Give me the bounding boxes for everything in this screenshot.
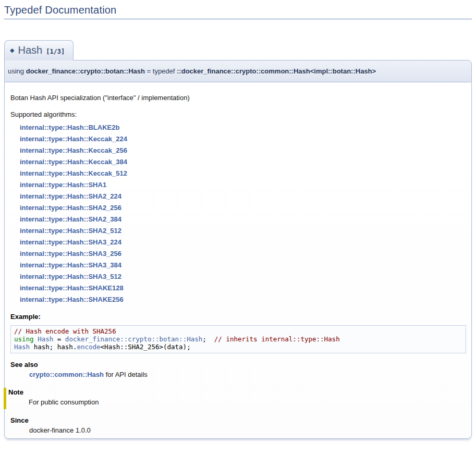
algorithm-link[interactable]: internal::type::Hash::SHAKE256 [20,294,466,305]
code-link[interactable]: encode [77,343,100,351]
algorithm-link[interactable]: internal::type::Hash::Keccak_224 [20,133,466,145]
note-text: For public consumption [29,398,466,406]
member-documentation: Botan Hash API specialization ("interfac… [4,82,472,439]
algorithm-link[interactable]: internal::type::Hash::SHA3_224 [20,237,466,248]
algorithm-link[interactable]: internal::type::Hash::SHA2_384 [20,214,466,225]
code-token-plain: = [53,335,65,343]
page-title: Typedef Documentation [4,4,472,19]
algorithm-link[interactable]: internal::type::Hash::SHA3_256 [20,248,466,260]
see-also-link[interactable]: crypto::common::Hash [29,371,104,378]
algorithm-link[interactable]: internal::type::Hash::SHAKE128 [20,282,466,294]
algorithm-list: internal::type::Hash::BLAKE2binternal::t… [20,122,466,305]
code-token-comment: // Hash encode with SHA256 [14,327,116,335]
code-token-plain: hash; hash. [30,343,77,351]
algorithm-link[interactable]: internal::type::Hash::Keccak_512 [20,168,466,179]
proto-connector: = typedef [145,67,177,75]
content-area: Typedef Documentation ◆ Hash [1/3] using… [0,4,476,439]
algorithm-link[interactable]: internal::type::Hash::Keccak_256 [20,145,466,156]
algorithm-link[interactable]: internal::type::Hash::SHA2_256 [20,202,466,214]
member-hash: ◆ Hash [1/3] using docker_finance::crypt… [4,40,472,439]
member-overload-badge: [1/3] [46,46,65,55]
member-prototype: using docker_finance::crypto::botan::Has… [4,60,472,82]
note-label: Note [8,388,466,396]
code-example: // Hash encode with SHA256using Hash = d… [10,325,466,353]
see-also-label: See also [10,361,466,368]
algorithm-link[interactable]: internal::type::Hash::SHA3_512 [20,271,466,282]
code-link[interactable]: Hash [14,343,30,351]
example-label: Example: [10,313,466,321]
code-line: // Hash encode with SHA256 [14,327,462,335]
proto-keyword: using [8,67,26,75]
permalink-anchor-icon[interactable]: ◆ [10,47,14,54]
see-also-text: for API details [104,371,148,378]
code-line: Hash hash; hash.encode<Hash::SHA2_256>(d… [14,343,462,351]
proto-name: docker_finance::crypto::botan::Hash [26,67,145,75]
code-token-comment: // inherits internal::type::Hash [214,335,340,343]
note-section: Note For public consumption [4,388,466,409]
see-also-line: crypto::common::Hash for API details [29,371,466,378]
algorithm-link[interactable]: internal::type::Hash::SHA2_224 [20,191,466,202]
description-text: Botan Hash API specialization ("interfac… [10,94,466,102]
algorithm-link[interactable]: internal::type::Hash::Keccak_384 [20,156,466,168]
member-tab: ◆ Hash [1/3] [4,40,74,60]
see-also-section: See also crypto::common::Hash for API de… [9,361,466,378]
code-token-plain: <Hash::SHA2_256>(data); [101,343,191,351]
algorithm-link[interactable]: internal::type::Hash::SHA2_512 [20,225,466,237]
since-label: Since [10,416,466,424]
algorithm-link[interactable]: internal::type::Hash::SHA3_384 [20,260,466,271]
member-name: Hash [18,44,42,56]
code-link[interactable]: Hash [38,335,53,343]
code-token-plain: ; [202,335,214,343]
proto-type: ::docker_finance::crypto::common::Hash<i… [177,67,376,75]
code-token-keyword: using [14,335,34,343]
since-section: Since docker-finance 1.0.0 [9,416,466,434]
algorithms-label: Supported algorithms: [10,110,466,118]
code-line: using Hash = docker_finance::crypto::bot… [14,335,462,343]
since-text: docker-finance 1.0.0 [29,426,466,434]
algorithm-link[interactable]: internal::type::Hash::BLAKE2b [20,122,466,133]
code-link[interactable]: docker_finance::crypto::botan::Hash [65,335,202,343]
algorithm-link[interactable]: internal::type::Hash::SHA1 [20,179,466,191]
